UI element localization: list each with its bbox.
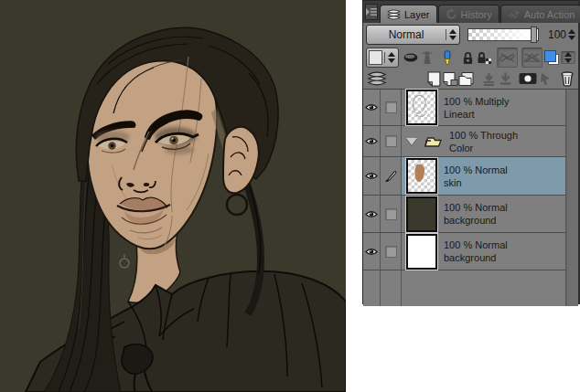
layer-command-row: [363, 69, 578, 90]
opacity-slider-handle[interactable]: [531, 26, 537, 43]
marker-pen-icon: [442, 50, 453, 66]
visibility-toggle[interactable]: [363, 196, 381, 232]
blend-mode-stepper[interactable]: [446, 29, 459, 40]
layer-row-skin-selected[interactable]: 100 % Normal skin: [363, 157, 565, 196]
layer-info: 100 % Normal: [444, 201, 508, 214]
eye-icon: [365, 210, 378, 218]
lighthouse-icon: [422, 50, 433, 65]
layers-stack-icon: [366, 71, 388, 86]
layer-row-lineart[interactable]: 100 % Multiply Lineart: [363, 90, 565, 126]
layer-color-select[interactable]: [542, 48, 575, 67]
lock-icon: [462, 51, 474, 65]
layer-checkbox[interactable]: [385, 246, 397, 258]
tab-auto-action-label: Auto Action: [524, 9, 575, 20]
new-folder-icon: [458, 71, 475, 87]
layer-thumbnail-background-dark[interactable]: [406, 196, 437, 232]
layers-icon: [387, 9, 401, 20]
folder-icon: [424, 134, 443, 148]
drawing-canvas[interactable]: [0, 0, 346, 392]
lock-layer-button[interactable]: [460, 48, 477, 67]
layer-thumbnail-background-white[interactable]: [406, 234, 437, 270]
portrait-artwork: [0, 0, 346, 392]
layer-name: background: [444, 214, 508, 227]
mask-pointer-icon: [539, 72, 553, 86]
ruler-button-disabled[interactable]: [521, 48, 542, 68]
layer-row-background-white[interactable]: 100 % Normal background: [363, 233, 565, 270]
layer-list-scrollbar[interactable]: [565, 90, 578, 306]
layer-thumbnail-skin[interactable]: [406, 158, 437, 194]
skin-thumb-blob: [408, 160, 432, 188]
opacity-slider[interactable]: [467, 28, 539, 41]
opacity-value: 100: [544, 28, 566, 41]
edit-target-cell[interactable]: [381, 90, 402, 125]
tab-history[interactable]: History: [438, 5, 499, 23]
eye-icon: [365, 137, 378, 145]
layer-checkbox[interactable]: [385, 135, 397, 147]
enable-mask-button-disabled[interactable]: [497, 48, 518, 68]
palette-swatch: [369, 50, 382, 65]
lock-transparent-icon: [477, 51, 492, 65]
reference-layer-button[interactable]: [419, 48, 435, 67]
layer-list: 100 % Multiply Lineart: [363, 90, 578, 306]
trash-icon: [561, 71, 574, 87]
layer-mask-icon: [519, 72, 537, 85]
visibility-toggle[interactable]: [363, 233, 381, 270]
transfer-to-lower-layer-button-disabled[interactable]: [480, 69, 497, 88]
layer-info: 100 % Normal: [444, 238, 508, 251]
edit-target-cell[interactable]: [381, 233, 402, 270]
merge-with-lower-layer-button-disabled[interactable]: [497, 69, 513, 88]
layer-info: 100 % Through: [449, 129, 518, 142]
tab-auto-action[interactable]: Auto Action: [500, 5, 580, 23]
visibility-toggle[interactable]: [363, 157, 381, 195]
tone-button[interactable]: [403, 48, 419, 67]
opacity-stepper[interactable]: [568, 29, 575, 40]
eye-icon: [365, 103, 378, 111]
visibility-toggle[interactable]: [363, 126, 381, 156]
palette-layout-button[interactable]: [366, 69, 388, 88]
layer-row-color-folder[interactable]: 100 % Through Color: [363, 126, 565, 157]
blend-opacity-row: Normal 100: [363, 23, 578, 47]
edit-target-cell[interactable]: [381, 157, 402, 195]
panel-tab-bar: Layer History Auto Action: [363, 1, 578, 23]
lock-transparent-pixels-button[interactable]: [477, 48, 493, 67]
new-layer-dialog-icon: [443, 71, 458, 87]
apply-mask-button-disabled[interactable]: [537, 69, 553, 88]
merge-down-icon: [499, 72, 512, 86]
layer-thumbnail-lineart[interactable]: [406, 90, 437, 125]
draft-layer-button[interactable]: [439, 48, 456, 67]
tab-layer-label: Layer: [404, 9, 430, 20]
create-layer-mask-button[interactable]: [519, 69, 537, 88]
eye-icon: [365, 172, 378, 180]
transfer-down-icon: [482, 72, 496, 86]
layer-list-empty-area: [363, 270, 565, 306]
layer-row-background-dark[interactable]: 100 % Normal background: [363, 196, 565, 233]
edit-target-cell[interactable]: [381, 126, 402, 156]
tab-history-label: History: [461, 9, 492, 20]
layer-checkbox[interactable]: [385, 101, 397, 113]
blend-mode-select[interactable]: Normal: [366, 25, 460, 45]
new-layer-folder-button[interactable]: [458, 69, 475, 88]
layer-color-stepper[interactable]: [561, 51, 575, 64]
new-raster-layer-button[interactable]: [425, 69, 442, 88]
layer-name: skin: [444, 176, 508, 189]
tab-layer[interactable]: Layer: [380, 5, 437, 23]
layer-palette-select[interactable]: [366, 48, 399, 68]
panel-menu-button[interactable]: [365, 4, 378, 20]
editing-pen-icon: [383, 169, 398, 184]
auto-action-icon: [508, 9, 521, 19]
layer-color-swatch: [544, 50, 559, 65]
layer-checkbox[interactable]: [385, 208, 397, 220]
new-layer-dialog-button[interactable]: [442, 69, 458, 88]
edit-target-cell[interactable]: [381, 196, 402, 232]
layer-panel: Layer History Auto Action Normal 100: [362, 0, 580, 304]
new-layer-icon: [427, 71, 441, 87]
delete-layer-button[interactable]: [559, 69, 575, 88]
layer-name: Lineart: [444, 108, 510, 121]
folder-expand-toggle[interactable]: [406, 138, 417, 145]
tone-ellipse-icon: [403, 51, 419, 64]
visibility-toggle[interactable]: [363, 90, 381, 125]
history-icon: [446, 8, 457, 20]
palette-stepper[interactable]: [384, 52, 398, 63]
layer-info: 100 % Multiply: [444, 95, 510, 108]
layer-name: Color: [449, 142, 518, 154]
